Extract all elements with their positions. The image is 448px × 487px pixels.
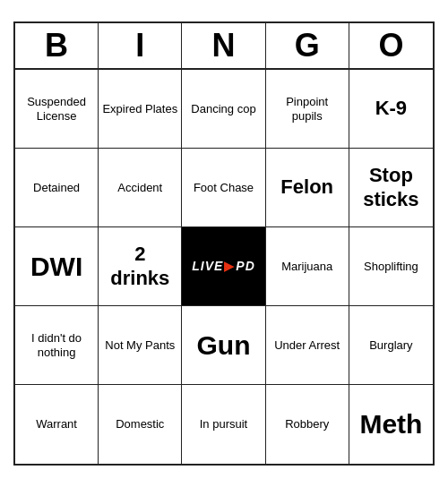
bingo-cell-3-0: I didn't do nothing — [15, 306, 99, 385]
bingo-cell-4-0: Warrant — [15, 385, 99, 464]
bingo-cell-0-1: Expired Plates — [99, 70, 182, 149]
bingo-card: BINGO Suspended LicenseExpired PlatesDan… — [13, 21, 435, 466]
bingo-cell-1-2: Foot Chase — [182, 149, 265, 227]
bingo-cell-0-0: Suspended License — [15, 70, 99, 149]
bingo-cell-3-4: Burglary — [349, 306, 433, 385]
bingo-cell-4-3: Robbery — [266, 385, 349, 464]
bingo-cell-4-4: Meth — [349, 385, 433, 464]
bingo-header: BINGO — [15, 23, 433, 70]
bingo-cell-3-2: Gun — [182, 306, 265, 385]
bingo-cell-0-4: K-9 — [349, 70, 433, 149]
bingo-cell-4-2: In pursuit — [182, 385, 265, 464]
bingo-cell-3-3: Under Arrest — [266, 306, 349, 385]
bingo-cell-2-1: 2 drinks — [99, 227, 182, 306]
bingo-cell-2-2: LIVE▶PD — [182, 227, 265, 306]
bingo-cell-3-1: Not My Pants — [99, 306, 182, 385]
bingo-cell-1-3: Felon — [266, 149, 349, 227]
bingo-header-letter: O — [349, 23, 433, 68]
bingo-header-letter: G — [266, 23, 349, 68]
bingo-cell-2-0: DWI — [15, 227, 99, 306]
bingo-grid: Suspended LicenseExpired PlatesDancing c… — [15, 70, 433, 464]
bingo-cell-0-3: Pinpoint pupils — [266, 70, 349, 149]
bingo-cell-2-4: Shoplifting — [349, 227, 433, 306]
bingo-header-letter: B — [15, 23, 99, 68]
bingo-header-letter: N — [182, 23, 265, 68]
bingo-cell-1-1: Accident — [99, 149, 182, 227]
bingo-cell-2-3: Marijuana — [266, 227, 349, 306]
bingo-header-letter: I — [99, 23, 182, 68]
bingo-cell-1-4: Stop sticks — [349, 149, 433, 227]
bingo-cell-1-0: Detained — [15, 149, 99, 227]
bingo-cell-0-2: Dancing cop — [182, 70, 265, 149]
bingo-cell-4-1: Domestic — [99, 385, 182, 464]
